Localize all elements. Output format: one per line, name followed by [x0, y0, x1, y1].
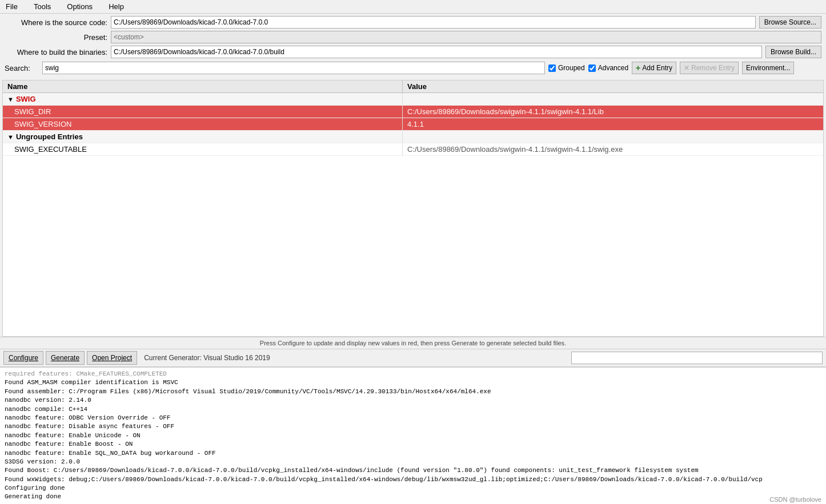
log-line-3: nanodbc version: 2.14.0 [5, 396, 821, 405]
search-label: Search: [5, 64, 39, 72]
grouped-label: Grouped [558, 64, 585, 72]
log-line-9: nanodbc feature: Enable SQL_NO_DATA bug … [5, 449, 821, 458]
bottom-search-area [571, 352, 823, 364]
menubar: File Tools Options Help [0, 0, 826, 14]
swig-group-label: SWIG [16, 95, 36, 103]
source-label: Where is the source code: [5, 18, 107, 27]
log-line-11: Found Boost: C:/Users/89869/Downloads/ki… [5, 466, 821, 475]
log-line-12: Found wxWidgets: debug;C:/Users/89869/Do… [5, 475, 821, 484]
advanced-checkbox[interactable] [588, 64, 596, 72]
swig-version-name: SWIG_VERSION [3, 118, 403, 130]
open-project-button[interactable]: Open Project [87, 351, 137, 365]
group-swig[interactable]: ▼ SWIG [3, 93, 823, 106]
swig-toggle[interactable]: ▼ [7, 96, 14, 103]
generate-button[interactable]: Generate [46, 351, 85, 365]
browse-source-button[interactable]: Browse Source... [759, 16, 821, 29]
menu-options[interactable]: Options [63, 1, 96, 12]
status-message: Press Configure to update and display ne… [260, 340, 566, 346]
status-bar: Press Configure to update and display ne… [0, 337, 826, 349]
log-line-6: nanodbc feature: Disable async features … [5, 422, 821, 431]
col-value-header: Value [403, 80, 823, 92]
log-area[interactable]: required features: CMake_FEATURES_COMPLE… [0, 367, 826, 504]
log-line-1: Found ASM_MASM compiler identification i… [5, 378, 821, 387]
group-swig-value [403, 93, 823, 105]
browse-build-button[interactable]: Browse Build... [765, 46, 821, 58]
source-row: Where is the source code: Browse Source.… [5, 16, 821, 29]
ungrouped-value [403, 131, 823, 143]
plus-icon: + [636, 63, 640, 72]
form-area: Where is the source code: Browse Source.… [0, 14, 826, 80]
swig-version-value: 4.1.1 [403, 118, 823, 130]
add-entry-button[interactable]: + Add Entry [632, 62, 676, 74]
log-line-10: S3DSG version: 2.0.0 [5, 458, 821, 466]
generator-label: Current Generator: Visual Studio 16 2019 [144, 354, 270, 362]
log-line-13: Configuring done [5, 484, 821, 493]
binaries-row: Where to build the binaries: Browse Buil… [5, 46, 821, 58]
preset-row: Preset: [5, 31, 821, 43]
search-input[interactable] [42, 62, 545, 74]
bottom-search-input[interactable] [571, 352, 823, 364]
remove-entry-label: Remove Entry [691, 64, 735, 72]
preset-label: Preset: [5, 33, 107, 42]
config-table: Name Value ▼ SWIG SWIG_DIR C:/Users/8986… [2, 80, 824, 337]
configure-button[interactable]: Configure [3, 351, 43, 365]
grouped-checkbox-group: Grouped [548, 64, 585, 72]
log-line-14: Generating done [5, 493, 821, 501]
group-ungrouped[interactable]: ▼ Ungrouped Entries [3, 131, 823, 143]
ungrouped-group-label: Ungrouped Entries [16, 132, 83, 141]
log-line-0: required features: CMake_FEATURES_COMPLE… [5, 370, 821, 378]
log-line-2: Found assembler: C:/Program Files (x86)/… [5, 388, 821, 396]
group-swig-name: ▼ SWIG [3, 93, 403, 105]
ungrouped-toggle[interactable]: ▼ [7, 134, 14, 140]
ungrouped-name: ▼ Ungrouped Entries [3, 131, 403, 143]
col-name-header: Name [3, 80, 403, 92]
swig-dir-value: C:/Users/89869/Downloads/swigwin-4.1.1/s… [403, 106, 823, 118]
swig-executable-value: C:/Users/89869/Downloads/swigwin-4.1.1/s… [403, 143, 823, 155]
menu-help[interactable]: Help [105, 1, 127, 12]
search-toolbar-row: Search: Grouped Advanced + Add Entry ✕ R… [5, 61, 821, 75]
menu-tools[interactable]: Tools [30, 1, 54, 12]
log-line-8: nanodbc feature: Enable Boost - ON [5, 440, 821, 449]
remove-entry-button[interactable]: ✕ Remove Entry [680, 62, 739, 74]
source-input[interactable] [111, 16, 756, 29]
binaries-label: Where to build the binaries: [5, 48, 107, 57]
grouped-checkbox[interactable] [548, 64, 556, 72]
log-line-4: nanodbc compile: C++14 [5, 405, 821, 414]
watermark: CSDN @turbolove [769, 496, 821, 503]
add-entry-label: Add Entry [642, 64, 672, 72]
x-icon: ✕ [684, 64, 689, 72]
environment-button[interactable]: Environment... [742, 62, 794, 74]
row-swig-executable[interactable]: SWIG_EXECUTABLE C:/Users/89869/Downloads… [3, 143, 823, 156]
advanced-checkbox-group: Advanced [588, 64, 628, 72]
swig-dir-name: SWIG_DIR [3, 106, 403, 118]
row-swig-version[interactable]: SWIG_VERSION 4.1.1 [3, 118, 823, 131]
table-header: Name Value [3, 80, 823, 93]
row-swig-dir[interactable]: SWIG_DIR C:/Users/89869/Downloads/swigwi… [3, 106, 823, 118]
binaries-input[interactable] [111, 46, 762, 58]
swig-executable-name: SWIG_EXECUTABLE [3, 143, 403, 155]
advanced-label: Advanced [598, 64, 628, 72]
log-line-7: nanodbc feature: Enable Unicode - ON [5, 432, 821, 440]
menu-file[interactable]: File [2, 1, 21, 12]
log-line-5: nanodbc feature: ODBC Version Override -… [5, 414, 821, 422]
preset-input[interactable] [111, 31, 821, 43]
bottom-toolbar: Configure Generate Open Project Current … [0, 349, 826, 367]
